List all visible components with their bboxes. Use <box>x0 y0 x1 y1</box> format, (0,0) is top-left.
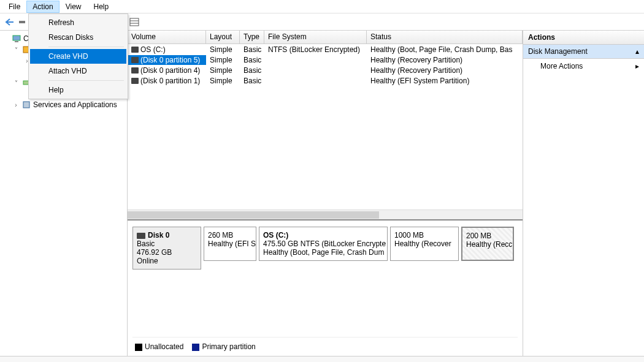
unallocated-swatch <box>135 344 142 351</box>
volume-row[interactable]: OS (C:)SimpleBasicNTFS (BitLocker Encryp… <box>128 44 523 55</box>
disk-state: Online <box>137 257 197 265</box>
menu-help[interactable]: Help <box>88 1 115 13</box>
svg-rect-4 <box>13 36 20 40</box>
menu-file[interactable]: File <box>2 1 26 13</box>
volume-row[interactable]: (Disk 0 partition 1)SimpleBasicHealthy (… <box>128 75 523 86</box>
table-icon <box>129 18 139 26</box>
volume-table-header: Volume Layout Type File System Status <box>128 31 523 44</box>
menu-rescan-disks[interactable]: Rescan Disks <box>30 30 126 45</box>
arrow-right-icon <box>19 19 26 25</box>
actions-pane: Actions Disk Management ▴ More Actions ▸ <box>523 31 644 356</box>
legend-primary: Primary partition <box>192 342 255 351</box>
volume-table-body[interactable]: OS (C:)SimpleBasicNTFS (BitLocker Encryp… <box>128 44 523 209</box>
disk-label[interactable]: Disk 0 Basic 476.92 GB Online <box>132 227 201 270</box>
partition-box[interactable]: 1000 MBHealthy (Recover <box>390 227 459 261</box>
menu-attach-vhd[interactable]: Attach VHD <box>30 64 126 78</box>
volume-row[interactable]: (Disk 0 partition 5)SimpleBasicHealthy (… <box>128 55 523 65</box>
disk-icon <box>137 233 145 239</box>
menu-action-help[interactable]: Help <box>30 83 126 97</box>
arrow-left-icon <box>4 18 14 26</box>
actions-more[interactable]: More Actions ▸ <box>523 59 644 74</box>
col-filesystem[interactable]: File System <box>264 31 367 43</box>
disk-type: Basic <box>137 239 197 248</box>
scrollbar-thumb[interactable] <box>128 211 379 219</box>
disk-size: 476.92 GB <box>137 248 197 257</box>
actions-header: Actions <box>523 31 644 45</box>
table-view-button[interactable] <box>129 17 140 28</box>
col-type[interactable]: Type <box>240 31 264 43</box>
svg-rect-5 <box>15 41 18 42</box>
horizontal-scrollbar[interactable] <box>128 209 523 219</box>
partition-box[interactable]: 200 MBHealthy (Recc <box>461 227 514 261</box>
action-dropdown: Refresh Rescan Disks Create VHD Attach V… <box>28 13 128 99</box>
primary-swatch <box>192 344 199 351</box>
collapse-icon: ▴ <box>635 47 639 56</box>
status-bar <box>0 356 644 362</box>
back-button[interactable] <box>4 17 15 28</box>
menu-separator <box>48 47 124 47</box>
svg-rect-13 <box>23 102 29 108</box>
actions-group[interactable]: Disk Management ▴ <box>523 45 644 59</box>
col-volume[interactable]: Volume <box>128 31 206 43</box>
volume-row[interactable]: (Disk 0 partition 4)SimpleBasicHealthy (… <box>128 65 523 75</box>
menu-create-vhd[interactable]: Create VHD <box>30 49 126 64</box>
menu-action[interactable]: Action <box>26 1 59 13</box>
services-icon <box>21 100 31 110</box>
partition-box[interactable]: OS (C:)475.50 GB NTFS (BitLocker Encrypt… <box>259 227 388 261</box>
tree-services-apps[interactable]: › Services and Applications <box>1 99 126 110</box>
menu-view[interactable]: View <box>59 1 88 13</box>
legend-unallocated: Unallocated <box>135 342 183 351</box>
chevron-right-icon: ▸ <box>635 62 639 70</box>
svg-rect-1 <box>130 18 139 26</box>
col-layout[interactable]: Layout <box>206 31 240 43</box>
menu-separator <box>48 80 124 81</box>
center-pane: Volume Layout Type File System Status OS… <box>128 31 523 356</box>
legend: Unallocated Primary partition <box>132 337 518 351</box>
menu-refresh[interactable]: Refresh <box>30 15 126 30</box>
disk-row: Disk 0 Basic 476.92 GB Online 260 MBHeal… <box>132 227 518 270</box>
col-status[interactable]: Status <box>367 31 523 43</box>
partition-box[interactable]: 260 MBHealthy (EFI S <box>204 227 256 261</box>
disk-graphic-panel: Disk 0 Basic 476.92 GB Online 260 MBHeal… <box>128 219 523 356</box>
svg-rect-0 <box>19 21 25 23</box>
forward-button[interactable] <box>17 17 28 28</box>
menu-bar: File Action View Help <box>0 0 644 13</box>
computer-icon <box>12 34 21 43</box>
